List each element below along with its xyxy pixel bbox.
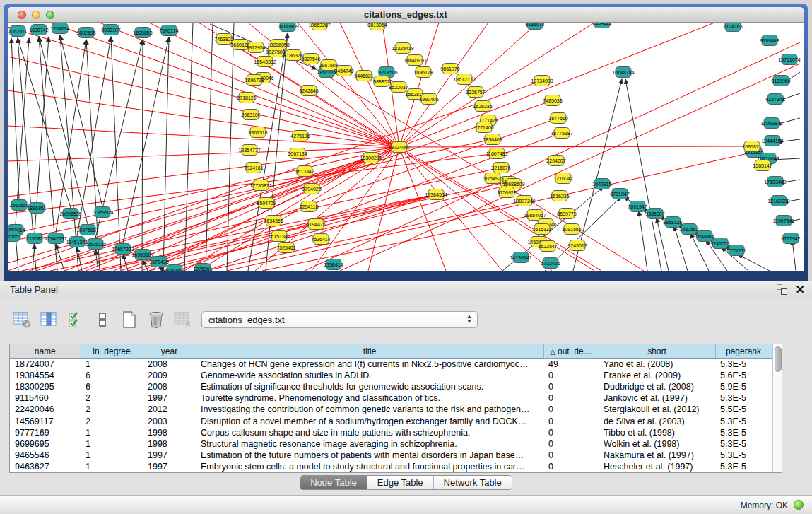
graph-node[interactable]: 18612170: [453, 74, 475, 85]
graph-node[interactable]: 2560650: [9, 200, 28, 211]
graph-node[interactable]: 1696178: [413, 67, 433, 78]
graph-edge[interactable]: [149, 184, 514, 271]
row-height-icon[interactable]: [93, 310, 112, 329]
table-row[interactable]: 1830029562008Estimation of significance …: [10, 381, 772, 392]
column-header-title[interactable]: title: [196, 344, 543, 358]
graph-node[interactable]: 9242848: [299, 86, 318, 96]
table-scrollbar[interactable]: [772, 344, 782, 472]
graph-node[interactable]: 1358414: [324, 259, 343, 270]
graph-node[interactable]: 8813054: [367, 23, 387, 30]
graph-node[interactable]: 1802695: [76, 28, 95, 38]
graph-node[interactable]: 1626235: [473, 101, 492, 112]
table-row[interactable]: 977716911998Corpus callosum shape and si…: [10, 427, 772, 438]
graph-node[interactable]: 9129966: [771, 76, 790, 86]
graph-node[interactable]: 1638742: [29, 25, 48, 35]
graph-node[interactable]: 10975887: [76, 225, 98, 235]
graph-node[interactable]: 1565147: [753, 160, 772, 171]
graph-node[interactable]: 6775201: [726, 245, 746, 256]
table-row[interactable]: 946362711997Embryonic stem cells: a mode…: [10, 461, 772, 472]
column-header-out_de[interactable]: △out_de…: [543, 344, 599, 358]
graph-node[interactable]: 7691947: [628, 201, 647, 212]
graph-edge[interactable]: [8, 147, 399, 235]
graph-edge[interactable]: [206, 201, 524, 271]
graph-node[interactable]: 19734903: [531, 76, 553, 86]
graph-node[interactable]: 18775187: [551, 128, 572, 139]
graph-node[interactable]: 15751074: [778, 54, 800, 65]
graph-node[interactable]: 9199468: [760, 35, 779, 46]
graph-node[interactable]: 1990405: [419, 94, 438, 105]
graph-node[interactable]: 7771406: [474, 122, 493, 133]
table-row[interactable]: 946554611997Estimation of the future num…: [10, 450, 772, 461]
graph-node[interactable]: 1896851: [27, 203, 46, 214]
graph-node[interactable]: 9861970: [440, 64, 459, 74]
graph-node[interactable]: 9245023: [710, 238, 729, 249]
graph-node[interactable]: 12093872: [760, 118, 782, 129]
graph-edge[interactable]: [399, 146, 752, 147]
graph-node[interactable]: 9361518: [248, 127, 267, 138]
graph-node[interactable]: 7570174: [159, 25, 178, 36]
graph-node[interactable]: 18724007: [388, 142, 410, 153]
graph-node[interactable]: 7525461: [276, 243, 295, 253]
graph-edge[interactable]: [16, 38, 29, 224]
graph-node[interactable]: 2063100: [241, 110, 260, 120]
graph-edge[interactable]: [18, 38, 71, 208]
graph-node[interactable]: 17942737: [45, 233, 66, 244]
graph-edge[interactable]: [227, 23, 234, 271]
graph-node[interactable]: 16151342: [268, 231, 290, 242]
graph-node[interactable]: 9385307: [645, 209, 664, 219]
graph-node[interactable]: 3216876: [491, 163, 510, 173]
graph-node[interactable]: 8454749: [334, 66, 353, 76]
graph-edge[interactable]: [86, 40, 100, 271]
graph-node[interactable]: 8186328: [283, 50, 302, 61]
citation-network-graph[interactable]: 2062911163874212046941802695903810716288…: [8, 23, 804, 271]
column-header-in_degree[interactable]: in_degree: [81, 344, 143, 358]
graph-node[interactable]: 20206535: [59, 209, 81, 219]
zoom-window-button[interactable]: [46, 11, 54, 19]
graph-node[interactable]: 12160399: [767, 196, 789, 206]
float-panel-icon[interactable]: [777, 284, 787, 295]
graph-edge[interactable]: [262, 215, 535, 271]
graph-node[interactable]: 8504709: [257, 198, 276, 209]
scrollbar-thumb[interactable]: [775, 346, 782, 372]
graph-node[interactable]: 9794023: [302, 184, 321, 194]
window-titlebar[interactable]: citations_edges.txt: [8, 7, 804, 23]
column-header-pagerank[interactable]: pagerank: [715, 344, 772, 358]
graph-node[interactable]: 8091566: [562, 224, 581, 235]
graph-node[interactable]: 8958126: [663, 217, 682, 228]
tab-node-table[interactable]: Node Table: [300, 476, 367, 489]
graph-node[interactable]: 9038107: [101, 25, 120, 35]
graph-node[interactable]: 10653287: [308, 23, 330, 30]
graph-node[interactable]: 1678438: [149, 257, 168, 267]
graph-node[interactable]: 8131074: [525, 23, 544, 30]
graph-node[interactable]: 1733426: [541, 258, 560, 269]
table-row[interactable]: 969969511998Structural magnetic resonanc…: [10, 438, 772, 450]
tab-edge-table[interactable]: Edge Table: [367, 476, 433, 489]
graph-edge[interactable]: [738, 255, 770, 271]
graph-node[interactable]: 14136141: [510, 252, 531, 263]
minimize-window-button[interactable]: [32, 11, 40, 19]
graph-edge[interactable]: [33, 244, 35, 271]
select-rows-icon[interactable]: [66, 310, 85, 329]
graph-edge[interactable]: [639, 211, 647, 271]
close-panel-icon[interactable]: ✕: [796, 285, 805, 295]
graph-node[interactable]: 7634355: [264, 216, 283, 226]
delete-column-icon[interactable]: [147, 310, 165, 329]
graph-node[interactable]: 1216042: [553, 173, 572, 184]
graph-node[interactable]: 3613342: [295, 166, 314, 177]
graph-node[interactable]: 5912954: [246, 42, 265, 53]
graph-node[interactable]: 7485038: [543, 95, 562, 106]
graph-node[interactable]: 1856409: [483, 134, 502, 145]
graph-node[interactable]: 8522037: [389, 82, 408, 93]
graph-node[interactable]: 12505135: [84, 239, 106, 250]
graph-node[interactable]: 1604664: [695, 231, 714, 242]
graph-edge[interactable]: [206, 194, 436, 271]
graph-node[interactable]: 1084052: [165, 265, 184, 272]
graph-node[interactable]: 1204694: [50, 23, 69, 34]
graph-node[interactable]: 9756928: [497, 187, 516, 198]
graph-node[interactable]: 18640910: [404, 55, 425, 66]
graph-node[interactable]: 1877510: [548, 113, 567, 124]
create-column-icon[interactable]: [120, 310, 139, 329]
graph-node[interactable]: 12444154: [761, 136, 783, 146]
graph-node[interactable]: 16033809: [276, 23, 298, 32]
table-selector-dropdown[interactable]: citations_edges.txt ▲▼: [201, 311, 478, 328]
